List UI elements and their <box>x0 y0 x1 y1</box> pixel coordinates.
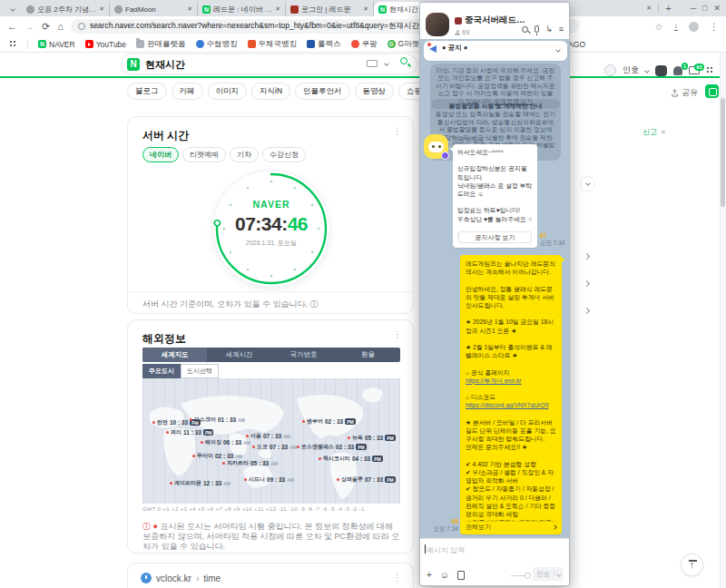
scrollbar-thumb[interactable] <box>721 98 725 207</box>
server-tab-네이버[interactable]: 네이버 <box>142 147 179 162</box>
bookmark-item[interactable]: 판매플랫폼 <box>136 39 186 50</box>
mail-icon[interactable]: 91 <box>689 66 700 74</box>
chevron-down-icon[interactable] <box>555 47 561 53</box>
tab-close-icon[interactable]: ✕ <box>363 5 368 13</box>
naver-logo[interactable]: N <box>127 58 140 71</box>
subtab-주요도시[interactable]: 주요도시 <box>142 364 181 378</box>
search-query-text[interactable]: 현재시간 <box>145 58 185 72</box>
tab-search-icon[interactable] <box>5 3 20 15</box>
browser-tab[interactable]: N레드문 : 네이버 검색✕ <box>198 2 286 16</box>
filter-tab-인플루언서[interactable]: 인플루언서 <box>295 83 350 100</box>
filter-tab-이미지[interactable]: 이미지 <box>208 83 248 100</box>
chevron-right-icon[interactable] <box>584 253 590 260</box>
voice-icon[interactable] <box>535 25 539 33</box>
chevron-right-icon[interactable] <box>584 308 590 314</box>
world-map[interactable]: 런던10 : 33PM파리11 : 33PM모스크바01 : 33AM베이징06… <box>142 378 400 504</box>
user-name[interactable]: 인호 <box>623 64 639 76</box>
source-path[interactable]: time <box>203 573 221 583</box>
browser-menu-icon[interactable]: ⋮ <box>710 22 719 32</box>
keyboard-icon[interactable] <box>367 60 378 67</box>
bookmark-item[interactable]: GG마켓 <box>388 39 420 50</box>
slider-knob[interactable] <box>525 573 531 579</box>
notice-banner[interactable]: ● 공지 ● … <box>424 41 567 61</box>
megaphone-icon <box>429 45 437 53</box>
apps-grid-icon[interactable] <box>9 40 17 48</box>
bookmark-item[interactable]: NNAVER <box>38 40 75 49</box>
share-button[interactable]: 공유 <box>671 87 698 99</box>
new-tab-button[interactable]: + <box>665 3 671 14</box>
overseas-tab-세계시간[interactable]: 세계시간 <box>207 348 271 362</box>
report-tag[interactable]: 신고 ✕ <box>643 127 666 137</box>
bookmark-label: 판매플랫폼 <box>147 39 186 50</box>
bookmark-item[interactable]: YouTube <box>85 40 126 49</box>
message-line: 언제든 문의주세요!! ★ <box>466 443 556 451</box>
filter-tab-블로그[interactable]: 블로그 <box>127 83 167 100</box>
window-close-button[interactable]: ✕ <box>713 4 721 13</box>
naver-shortcut-icon[interactable] <box>705 84 719 98</box>
globe-favicon <box>114 5 123 14</box>
view-notice-button[interactable]: 공지사항 보기 <box>458 231 532 243</box>
window-maximize-button[interactable]: □ <box>702 4 707 13</box>
filter-tab-지식iN[interactable]: 지식iN <box>251 83 290 100</box>
card-menu-icon[interactable]: ⋮ <box>393 329 402 339</box>
chatroom-avatar[interactable] <box>426 13 449 36</box>
tab-close-icon[interactable]: ✕ <box>275 5 280 13</box>
collapse-button[interactable] <box>580 176 595 191</box>
card-title: 해외정보 <box>142 331 186 347</box>
bookmark-item[interactable]: 롤렉스 <box>307 39 341 50</box>
file-icon[interactable] <box>457 571 465 580</box>
attach-plus-icon[interactable]: + <box>427 570 432 580</box>
close-icon[interactable]: ✕ <box>661 129 666 136</box>
server-tab-티켓예매[interactable]: 티켓예매 <box>182 147 226 162</box>
filter-tab-카페[interactable]: 카페 <box>172 83 203 100</box>
tab-close-icon[interactable]: ✕ <box>187 5 192 13</box>
reload-button[interactable]: ⟳ <box>42 22 50 32</box>
browser-tab[interactable]: 오픈 2주차 기념 보상UP!✕ <box>22 2 110 16</box>
card-menu-icon[interactable]: ⋮ <box>393 126 402 136</box>
overseas-tab-세계지도[interactable]: 세계지도 <box>142 348 207 362</box>
clock-brand: NAVER <box>212 199 330 210</box>
user-avatar[interactable] <box>604 64 616 76</box>
send-button[interactable]: 전송 <box>533 567 564 581</box>
back-button[interactable]: ← <box>7 22 17 32</box>
message-input[interactable]: 메시지 입력 <box>427 545 465 555</box>
chevron-down-icon[interactable] <box>644 68 650 74</box>
bookmark-item[interactable]: 우체국뱅킹 <box>248 39 298 50</box>
window-minimize-button[interactable]: ─ <box>691 4 696 13</box>
bookmark-item[interactable]: 쿠팡 <box>351 39 378 50</box>
site-info-icon[interactable] <box>78 23 85 30</box>
browser-tab[interactable]: 로그인 | 레드문✕ <box>286 2 374 16</box>
overseas-tab-환율[interactable]: 환율 <box>336 348 400 362</box>
notification-bell-icon[interactable]: 1 <box>673 66 682 75</box>
view-full-message[interactable]: 전체보기 <box>466 521 556 533</box>
overseas-tab-국가번호[interactable]: 국가번호 <box>271 348 336 362</box>
card-menu-icon[interactable]: ⋮ <box>393 573 402 583</box>
hidden-tab-close-icon[interactable]: ✕ <box>646 5 652 12</box>
emoji-icon[interactable]: ☺ <box>440 570 449 580</box>
chat-menu-icon[interactable]: ≡ <box>559 24 564 34</box>
download-icon[interactable]: ↓ <box>674 22 679 31</box>
bookmark-item[interactable]: 수협뱅킹 <box>196 39 238 50</box>
tab-close-icon[interactable]: ✕ <box>99 5 104 13</box>
subtab-도시선택[interactable]: 도시선택 <box>181 364 219 378</box>
message-link[interactable]: https://투게더.enn.kr <box>466 377 556 385</box>
services-grid-icon[interactable] <box>706 66 714 74</box>
server-tab-수강신청[interactable]: 수강신청 <box>262 147 306 162</box>
profile-avatar-icon[interactable] <box>689 22 699 32</box>
chevron-down-icon[interactable] <box>556 572 562 577</box>
forward-button[interactable]: → <box>25 22 34 32</box>
source-row[interactable]: vclock.kr › time <box>141 573 221 583</box>
search-icon[interactable] <box>400 57 407 64</box>
message-link[interactable]: https://discord.gg/VNX7qUrQ9 <box>466 401 556 409</box>
scroll-to-top-button[interactable]: ↑ <box>681 554 703 576</box>
reply-icon[interactable]: ↳ <box>545 24 553 34</box>
home-button[interactable]: ⌂ <box>57 22 64 32</box>
server-tab-기차[interactable]: 기차 <box>230 147 259 162</box>
chat-search-icon[interactable] <box>522 26 528 33</box>
filter-tab-동영상[interactable]: 동영상 <box>355 83 395 100</box>
bookmark-star-icon[interactable]: ☆ <box>655 22 663 32</box>
talk-icon[interactable] <box>655 65 667 76</box>
browser-tab[interactable]: FadMoon✕ <box>110 2 198 16</box>
chevron-right-icon[interactable] <box>584 280 590 287</box>
source-site[interactable]: vclock.kr <box>156 573 191 583</box>
